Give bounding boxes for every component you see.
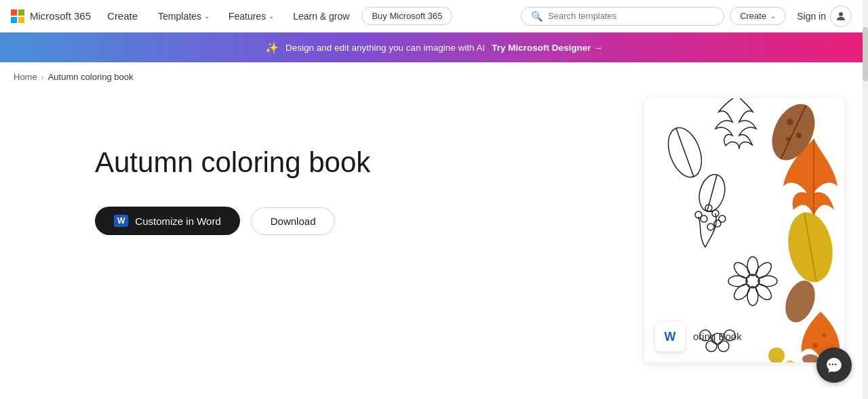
- template-title: Autumn coloring book: [95, 146, 434, 180]
- search-bar[interactable]: 🔍: [521, 7, 724, 26]
- logo-grid: [11, 9, 24, 23]
- chevron-down-icon: ⌄: [770, 12, 776, 20]
- svg-point-23: [787, 119, 793, 125]
- word-icon: W: [114, 215, 128, 227]
- chevron-down-icon: ⌄: [204, 12, 210, 20]
- breadcrumb-current: Autumn coloring book: [48, 72, 134, 82]
- nav-templates[interactable]: Templates ⌄: [151, 0, 216, 33]
- header-create-link[interactable]: Create: [102, 10, 143, 22]
- svg-point-30: [812, 343, 818, 348]
- wand-icon: ✨: [265, 41, 279, 54]
- left-panel: Autumn coloring book W Customize in Word…: [14, 91, 617, 235]
- nav-templates-label: Templates: [158, 11, 201, 22]
- sign-in-label: Sign in: [797, 11, 826, 22]
- create-button[interactable]: Create ⌄: [730, 7, 786, 25]
- chat-button[interactable]: [816, 348, 852, 383]
- promo-banner: ✨ Design and edit anything you can imagi…: [0, 33, 868, 62]
- banner-link-text: Try Microsoft Designer: [492, 43, 591, 53]
- logo-text: Microsoft 365: [30, 10, 91, 22]
- avatar: [830, 5, 852, 27]
- action-buttons: W Customize in Word Download: [95, 207, 617, 235]
- scrollbar[interactable]: [863, 0, 868, 399]
- create-button-label: Create: [740, 11, 766, 21]
- buy-microsoft-button[interactable]: Buy Microsoft 365: [361, 7, 452, 25]
- header: Microsoft 365 Create Templates ⌄ Feature…: [0, 0, 868, 33]
- svg-point-24: [796, 133, 802, 138]
- breadcrumb: Home › Autumn coloring book: [0, 62, 868, 91]
- arrow-icon: →: [593, 43, 603, 53]
- nav-learn-label: Learn & grow: [293, 11, 349, 22]
- customize-word-button[interactable]: W Customize in Word: [95, 207, 240, 235]
- nav-features-label: Features: [229, 11, 266, 22]
- microsoft-logo[interactable]: Microsoft 365: [11, 9, 91, 23]
- word-badge-icon: W: [665, 330, 676, 344]
- banner-text: Design and edit anything you can imagine…: [285, 43, 485, 53]
- banner-link[interactable]: Try Microsoft Designer →: [492, 43, 603, 53]
- customize-label: Customize in Word: [135, 215, 220, 227]
- preview-overlay-text: oring Book: [693, 331, 742, 342]
- nav-features[interactable]: Features ⌄: [222, 0, 281, 33]
- word-badge: W: [655, 322, 685, 352]
- right-panel: oring Book W oring Book: [644, 91, 854, 362]
- search-input[interactable]: [548, 11, 714, 21]
- chevron-down-icon: ⌄: [269, 12, 274, 20]
- main-content: Autumn coloring book W Customize in Word…: [0, 91, 868, 362]
- svg-point-0: [839, 12, 843, 16]
- search-icon: 🔍: [531, 11, 542, 22]
- template-preview: oring Book W oring Book: [644, 98, 844, 362]
- chevron-right-icon: ›: [41, 72, 44, 82]
- nav-learn[interactable]: Learn & grow: [286, 0, 356, 33]
- breadcrumb-home[interactable]: Home: [14, 72, 37, 82]
- scrollbar-thumb[interactable]: [863, 27, 868, 81]
- sign-in-button[interactable]: Sign in: [791, 5, 857, 27]
- download-button[interactable]: Download: [251, 207, 336, 235]
- svg-point-31: [822, 333, 826, 337]
